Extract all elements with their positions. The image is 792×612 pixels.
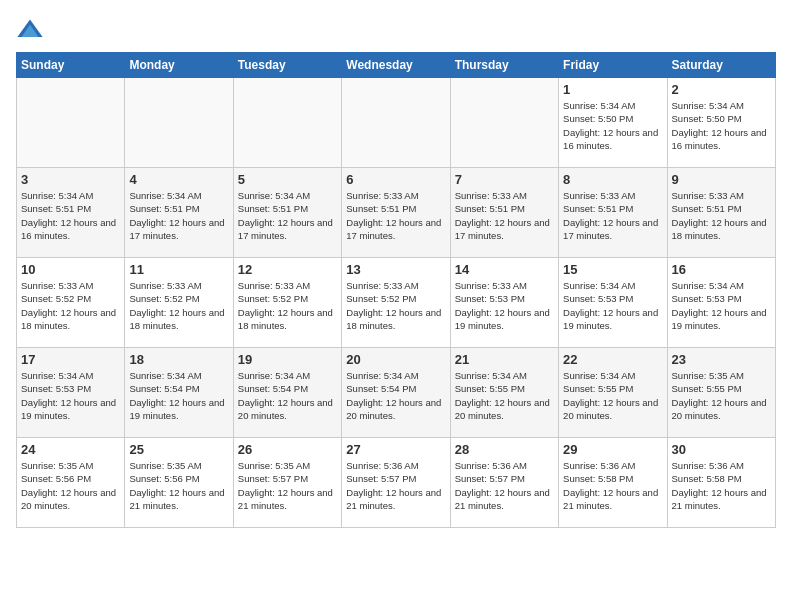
calendar-cell: 18Sunrise: 5:34 AM Sunset: 5:54 PM Dayli… <box>125 348 233 438</box>
day-info: Sunrise: 5:34 AM Sunset: 5:51 PM Dayligh… <box>238 189 337 242</box>
calendar-cell <box>450 78 558 168</box>
day-header-friday: Friday <box>559 53 667 78</box>
calendar-cell: 7Sunrise: 5:33 AM Sunset: 5:51 PM Daylig… <box>450 168 558 258</box>
calendar-week-row: 24Sunrise: 5:35 AM Sunset: 5:56 PM Dayli… <box>17 438 776 528</box>
calendar-cell <box>233 78 341 168</box>
day-header-wednesday: Wednesday <box>342 53 450 78</box>
day-info: Sunrise: 5:33 AM Sunset: 5:52 PM Dayligh… <box>21 279 120 332</box>
calendar-cell: 17Sunrise: 5:34 AM Sunset: 5:53 PM Dayli… <box>17 348 125 438</box>
calendar-cell: 10Sunrise: 5:33 AM Sunset: 5:52 PM Dayli… <box>17 258 125 348</box>
day-info: Sunrise: 5:34 AM Sunset: 5:50 PM Dayligh… <box>672 99 771 152</box>
day-info: Sunrise: 5:34 AM Sunset: 5:54 PM Dayligh… <box>346 369 445 422</box>
day-info: Sunrise: 5:34 AM Sunset: 5:51 PM Dayligh… <box>129 189 228 242</box>
day-info: Sunrise: 5:36 AM Sunset: 5:58 PM Dayligh… <box>672 459 771 512</box>
day-number: 7 <box>455 172 554 187</box>
day-info: Sunrise: 5:33 AM Sunset: 5:52 PM Dayligh… <box>238 279 337 332</box>
day-number: 21 <box>455 352 554 367</box>
day-info: Sunrise: 5:34 AM Sunset: 5:55 PM Dayligh… <box>563 369 662 422</box>
day-number: 20 <box>346 352 445 367</box>
calendar-cell: 11Sunrise: 5:33 AM Sunset: 5:52 PM Dayli… <box>125 258 233 348</box>
day-header-sunday: Sunday <box>17 53 125 78</box>
day-number: 12 <box>238 262 337 277</box>
logo <box>16 16 48 44</box>
day-number: 22 <box>563 352 662 367</box>
calendar-cell: 2Sunrise: 5:34 AM Sunset: 5:50 PM Daylig… <box>667 78 775 168</box>
calendar-cell <box>125 78 233 168</box>
day-info: Sunrise: 5:33 AM Sunset: 5:51 PM Dayligh… <box>672 189 771 242</box>
day-number: 16 <box>672 262 771 277</box>
day-number: 23 <box>672 352 771 367</box>
day-info: Sunrise: 5:33 AM Sunset: 5:52 PM Dayligh… <box>129 279 228 332</box>
day-number: 29 <box>563 442 662 457</box>
day-number: 18 <box>129 352 228 367</box>
calendar-header-row: SundayMondayTuesdayWednesdayThursdayFrid… <box>17 53 776 78</box>
day-info: Sunrise: 5:33 AM Sunset: 5:51 PM Dayligh… <box>563 189 662 242</box>
calendar-cell: 24Sunrise: 5:35 AM Sunset: 5:56 PM Dayli… <box>17 438 125 528</box>
logo-icon <box>16 16 44 44</box>
day-info: Sunrise: 5:34 AM Sunset: 5:53 PM Dayligh… <box>21 369 120 422</box>
page-header <box>16 16 776 44</box>
day-number: 1 <box>563 82 662 97</box>
calendar-cell: 1Sunrise: 5:34 AM Sunset: 5:50 PM Daylig… <box>559 78 667 168</box>
day-info: Sunrise: 5:34 AM Sunset: 5:54 PM Dayligh… <box>129 369 228 422</box>
day-info: Sunrise: 5:35 AM Sunset: 5:56 PM Dayligh… <box>129 459 228 512</box>
calendar-cell: 23Sunrise: 5:35 AM Sunset: 5:55 PM Dayli… <box>667 348 775 438</box>
day-info: Sunrise: 5:35 AM Sunset: 5:56 PM Dayligh… <box>21 459 120 512</box>
calendar-cell: 25Sunrise: 5:35 AM Sunset: 5:56 PM Dayli… <box>125 438 233 528</box>
day-number: 13 <box>346 262 445 277</box>
day-info: Sunrise: 5:35 AM Sunset: 5:55 PM Dayligh… <box>672 369 771 422</box>
day-info: Sunrise: 5:34 AM Sunset: 5:55 PM Dayligh… <box>455 369 554 422</box>
day-number: 14 <box>455 262 554 277</box>
calendar-cell: 4Sunrise: 5:34 AM Sunset: 5:51 PM Daylig… <box>125 168 233 258</box>
calendar-cell: 13Sunrise: 5:33 AM Sunset: 5:52 PM Dayli… <box>342 258 450 348</box>
calendar-week-row: 17Sunrise: 5:34 AM Sunset: 5:53 PM Dayli… <box>17 348 776 438</box>
day-number: 28 <box>455 442 554 457</box>
day-info: Sunrise: 5:33 AM Sunset: 5:52 PM Dayligh… <box>346 279 445 332</box>
day-info: Sunrise: 5:34 AM Sunset: 5:51 PM Dayligh… <box>21 189 120 242</box>
day-info: Sunrise: 5:34 AM Sunset: 5:54 PM Dayligh… <box>238 369 337 422</box>
day-number: 8 <box>563 172 662 187</box>
calendar-cell: 5Sunrise: 5:34 AM Sunset: 5:51 PM Daylig… <box>233 168 341 258</box>
day-number: 3 <box>21 172 120 187</box>
day-number: 5 <box>238 172 337 187</box>
day-header-tuesday: Tuesday <box>233 53 341 78</box>
calendar-cell: 28Sunrise: 5:36 AM Sunset: 5:57 PM Dayli… <box>450 438 558 528</box>
calendar-cell: 9Sunrise: 5:33 AM Sunset: 5:51 PM Daylig… <box>667 168 775 258</box>
day-number: 25 <box>129 442 228 457</box>
day-number: 10 <box>21 262 120 277</box>
day-info: Sunrise: 5:34 AM Sunset: 5:50 PM Dayligh… <box>563 99 662 152</box>
day-number: 19 <box>238 352 337 367</box>
day-number: 6 <box>346 172 445 187</box>
calendar-cell: 15Sunrise: 5:34 AM Sunset: 5:53 PM Dayli… <box>559 258 667 348</box>
day-info: Sunrise: 5:36 AM Sunset: 5:58 PM Dayligh… <box>563 459 662 512</box>
day-number: 15 <box>563 262 662 277</box>
calendar-cell: 16Sunrise: 5:34 AM Sunset: 5:53 PM Dayli… <box>667 258 775 348</box>
calendar-cell: 8Sunrise: 5:33 AM Sunset: 5:51 PM Daylig… <box>559 168 667 258</box>
day-number: 26 <box>238 442 337 457</box>
day-info: Sunrise: 5:36 AM Sunset: 5:57 PM Dayligh… <box>346 459 445 512</box>
calendar-cell <box>342 78 450 168</box>
day-info: Sunrise: 5:33 AM Sunset: 5:51 PM Dayligh… <box>346 189 445 242</box>
calendar-cell: 3Sunrise: 5:34 AM Sunset: 5:51 PM Daylig… <box>17 168 125 258</box>
day-number: 30 <box>672 442 771 457</box>
calendar-week-row: 3Sunrise: 5:34 AM Sunset: 5:51 PM Daylig… <box>17 168 776 258</box>
calendar-cell: 20Sunrise: 5:34 AM Sunset: 5:54 PM Dayli… <box>342 348 450 438</box>
day-info: Sunrise: 5:34 AM Sunset: 5:53 PM Dayligh… <box>672 279 771 332</box>
day-number: 24 <box>21 442 120 457</box>
calendar-week-row: 1Sunrise: 5:34 AM Sunset: 5:50 PM Daylig… <box>17 78 776 168</box>
day-header-thursday: Thursday <box>450 53 558 78</box>
calendar-cell: 19Sunrise: 5:34 AM Sunset: 5:54 PM Dayli… <box>233 348 341 438</box>
calendar-cell <box>17 78 125 168</box>
calendar-cell: 14Sunrise: 5:33 AM Sunset: 5:53 PM Dayli… <box>450 258 558 348</box>
day-header-monday: Monday <box>125 53 233 78</box>
day-info: Sunrise: 5:34 AM Sunset: 5:53 PM Dayligh… <box>563 279 662 332</box>
day-number: 17 <box>21 352 120 367</box>
day-info: Sunrise: 5:33 AM Sunset: 5:51 PM Dayligh… <box>455 189 554 242</box>
calendar-cell: 6Sunrise: 5:33 AM Sunset: 5:51 PM Daylig… <box>342 168 450 258</box>
calendar-cell: 27Sunrise: 5:36 AM Sunset: 5:57 PM Dayli… <box>342 438 450 528</box>
day-number: 4 <box>129 172 228 187</box>
day-number: 2 <box>672 82 771 97</box>
day-info: Sunrise: 5:36 AM Sunset: 5:57 PM Dayligh… <box>455 459 554 512</box>
calendar-table: SundayMondayTuesdayWednesdayThursdayFrid… <box>16 52 776 528</box>
day-header-saturday: Saturday <box>667 53 775 78</box>
